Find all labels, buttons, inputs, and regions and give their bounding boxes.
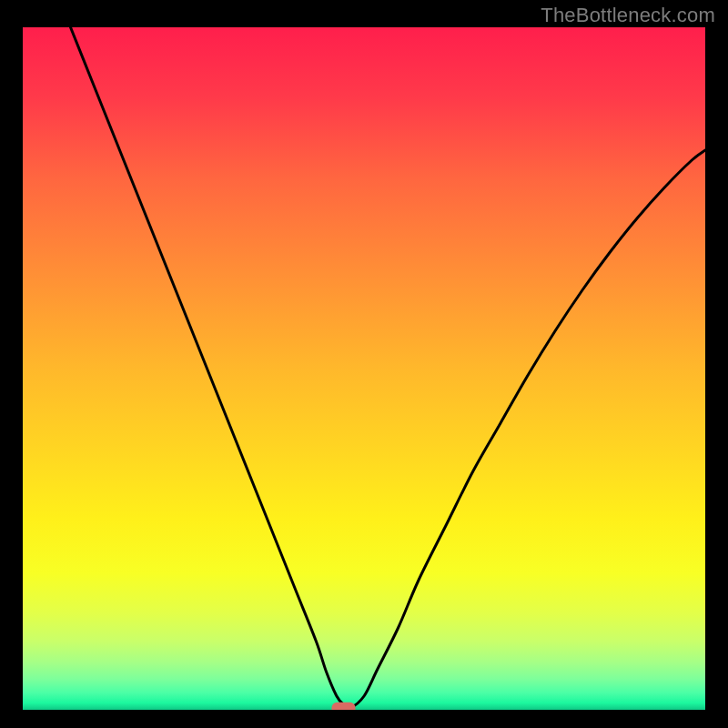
plot-background <box>23 27 705 710</box>
sweet-spot-marker <box>332 703 356 710</box>
plot-area <box>23 27 705 710</box>
watermark-text: TheBottleneck.com <box>541 4 715 27</box>
plot-svg <box>23 27 705 710</box>
chart-frame: TheBottleneck.com <box>0 0 728 728</box>
